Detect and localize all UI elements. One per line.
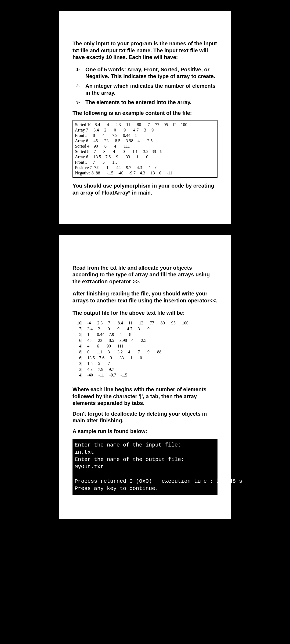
output-row: 5|1 0.44 7.9 4 8 — [73, 332, 218, 338]
row-count: 4| — [73, 372, 84, 378]
row-count: 5| — [73, 332, 84, 338]
output-row: 6|45 23 8.5 3.98 4 2.5 — [73, 338, 218, 343]
row-values: 4.3 7.9 9.7 — [87, 367, 114, 372]
row-values: 1.5 5 7 — [87, 361, 110, 367]
list-text: The elements to be entered into the arra… — [85, 99, 191, 105]
read-para: Read from the txt file and allocate your… — [73, 265, 218, 285]
row-count: 10| — [73, 320, 84, 326]
list-item: 2- An integer which indicates the number… — [85, 83, 218, 96]
output-file-box: 10|-4 2.3 7 8.4 11 12 77 80 95 1007|3.4 … — [73, 320, 218, 378]
row-values: -40 -11 -9.7 -1.5 — [87, 372, 127, 378]
output-row: 4|-40 -11 -9.7 -1.5 — [73, 372, 218, 378]
list-text: One of 5 words: Array, Front, Sorted, Po… — [85, 67, 215, 79]
row-count: 6| — [73, 355, 84, 361]
dealloc-para: Don't forgot to deallocate by deleting y… — [73, 411, 218, 424]
terminal-output: Enter the name of the input file: in.txt… — [73, 439, 218, 495]
output-row: 10|-4 2.3 7 8.4 11 12 77 80 95 100 — [73, 320, 218, 326]
output-row: 6|13.5 7.6 9 33 1 0 — [73, 355, 218, 361]
example-label: The following is an example content of t… — [73, 110, 218, 117]
output-row: 7|3.4 2 0 9 4.7 3 9 — [73, 326, 218, 332]
output-row: 3|4.3 7.9 9.7 — [73, 367, 218, 372]
row-values: 45 23 8.5 3.98 4 2.5 — [87, 338, 146, 343]
row-count: 8| — [73, 349, 84, 355]
output-row: 3|1.5 5 7 — [73, 361, 218, 367]
list-item: 1- One of 5 words: Array, Front, Sorted,… — [85, 66, 218, 80]
list-num: 2- — [76, 83, 80, 88]
list-num: 1- — [76, 67, 80, 72]
polymorph-note: You should use polymorphism in your code… — [73, 182, 218, 196]
output-row: 4|4 6 90 111 — [73, 343, 218, 349]
list-num: 3- — [76, 100, 80, 105]
after-para: After finishing reading the file, you sh… — [73, 290, 218, 304]
intro-text: The only input to your program is the na… — [73, 40, 218, 61]
row-count: 3| — [73, 367, 84, 372]
row-values: 0 1.1 3 3.2 4 7 9 88 — [87, 349, 161, 355]
list-text: An integer which indicates the number of… — [85, 83, 216, 96]
row-count: 3| — [73, 361, 84, 367]
output-label: The output file for the above text file … — [73, 310, 218, 317]
instruction-list: 1- One of 5 words: Array, Front, Sorted,… — [73, 66, 218, 106]
row-count: 7| — [73, 326, 84, 332]
sample-label: A sample run is found below: — [73, 428, 218, 435]
row-values: 4 6 90 111 — [87, 343, 124, 349]
row-values: -4 2.3 7 8.4 11 12 77 80 95 100 — [87, 320, 189, 326]
output-row: 8|0 1.1 3 3.2 4 7 9 88 — [73, 349, 218, 355]
row-count: 4| — [73, 343, 84, 349]
page-1: The only input to your program is the na… — [59, 11, 231, 224]
page-2: Read from the txt file and allocate your… — [59, 235, 231, 519]
input-file-box: Sorted 10 8.4 -4 2.3 11 80 7 77 95 12 10… — [73, 120, 218, 178]
row-values: 13.5 7.6 9 33 1 0 — [87, 355, 142, 361]
row-values: 1 0.44 7.9 4 8 — [87, 332, 131, 338]
row-values: 3.4 2 0 9 4.7 3 9 — [87, 326, 150, 332]
list-item: 3- The elements to be entered into the a… — [85, 99, 218, 106]
explain-para: Where each line begins with the number o… — [73, 386, 218, 407]
row-count: 6| — [73, 338, 84, 343]
